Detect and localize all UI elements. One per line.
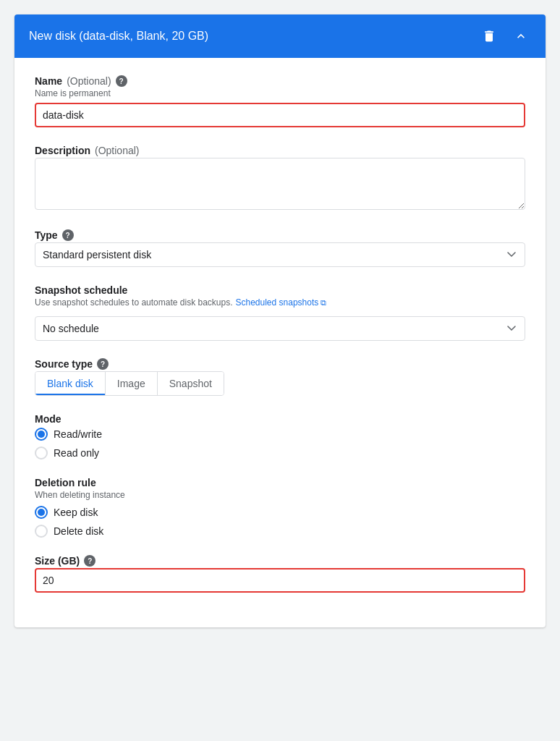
deletion-rule-keep-radio[interactable] bbox=[35, 506, 48, 519]
scheduled-snapshots-link-text: Scheduled snapshots bbox=[236, 297, 319, 308]
name-hint: Name is permanent bbox=[35, 88, 525, 98]
tab-image[interactable]: Image bbox=[106, 372, 158, 395]
name-field-group: Name (Optional) ? Name is permanent bbox=[35, 75, 525, 127]
external-link-icon: ⧉ bbox=[321, 298, 326, 308]
description-input[interactable] bbox=[35, 158, 525, 210]
name-label: Name (Optional) ? bbox=[35, 75, 525, 87]
source-type-tabs: Blank disk Image Snapshot bbox=[35, 371, 224, 396]
deletion-rule-delete-radio[interactable] bbox=[35, 525, 48, 538]
collapse-button[interactable] bbox=[511, 26, 531, 46]
mode-radio-group: Read/write Read only bbox=[35, 428, 525, 460]
type-label: Type ? bbox=[35, 229, 525, 241]
size-input[interactable] bbox=[35, 568, 525, 593]
deletion-rule-sublabel: When deleting instance bbox=[35, 490, 525, 500]
delete-button[interactable] bbox=[479, 26, 499, 46]
source-type-label: Source type ? bbox=[35, 358, 525, 370]
deletion-rule-label-text: Deletion rule bbox=[35, 477, 96, 488]
description-optional-text: (Optional) bbox=[95, 145, 139, 156]
mode-read-write-label: Read/write bbox=[54, 428, 102, 440]
source-type-help-icon[interactable]: ? bbox=[97, 358, 109, 370]
deletion-rule-keep-label: Keep disk bbox=[54, 507, 98, 518]
new-disk-card: New disk (data-disk, Blank, 20 GB) Name … bbox=[14, 14, 546, 627]
scheduled-snapshots-link[interactable]: Scheduled snapshots ⧉ bbox=[236, 297, 327, 308]
name-input[interactable] bbox=[35, 103, 525, 127]
description-field-group: Description (Optional) bbox=[35, 145, 525, 212]
tab-snapshot[interactable]: Snapshot bbox=[158, 372, 224, 395]
type-label-text: Type bbox=[35, 229, 58, 241]
size-field-group: Size (GB) ? bbox=[35, 555, 525, 593]
snapshot-schedule-label-text: Snapshot schedule bbox=[35, 284, 127, 296]
deletion-rule-delete-option[interactable]: Delete disk bbox=[35, 525, 525, 538]
mode-read-only-radio[interactable] bbox=[35, 446, 48, 460]
snapshot-schedule-select[interactable]: No schedule bbox=[35, 316, 525, 341]
size-label: Size (GB) ? bbox=[35, 555, 525, 567]
chevron-up-icon bbox=[514, 29, 528, 43]
mode-read-only-option[interactable]: Read only bbox=[35, 446, 525, 460]
deletion-rule-keep-option[interactable]: Keep disk bbox=[35, 506, 525, 519]
mode-read-write-option[interactable]: Read/write bbox=[35, 428, 525, 441]
snapshot-schedule-hint-row: Use snapshot schedules to automate disk … bbox=[35, 297, 525, 308]
deletion-rule-delete-label: Delete disk bbox=[54, 525, 103, 537]
header-actions bbox=[479, 26, 531, 46]
card-title: New disk (data-disk, Blank, 20 GB) bbox=[29, 30, 208, 43]
size-help-icon[interactable]: ? bbox=[84, 555, 96, 567]
description-label-text: Description bbox=[35, 145, 90, 156]
mode-label: Mode bbox=[35, 413, 525, 425]
type-help-icon[interactable]: ? bbox=[62, 229, 74, 241]
type-select[interactable]: Standard persistent disk Balanced persis… bbox=[35, 242, 525, 267]
name-optional-text: (Optional) bbox=[67, 75, 111, 87]
name-label-text: Name bbox=[35, 75, 62, 87]
description-label: Description (Optional) bbox=[35, 145, 525, 156]
card-header: New disk (data-disk, Blank, 20 GB) bbox=[14, 14, 546, 58]
tab-blank-disk[interactable]: Blank disk bbox=[35, 372, 106, 395]
mode-field-group: Mode Read/write Read only bbox=[35, 413, 525, 460]
trash-icon bbox=[482, 29, 496, 43]
deletion-rule-label: Deletion rule bbox=[35, 477, 525, 488]
card-body: Name (Optional) ? Name is permanent Desc… bbox=[14, 58, 546, 627]
snapshot-schedule-hint: Use snapshot schedules to automate disk … bbox=[35, 297, 233, 308]
name-help-icon[interactable]: ? bbox=[116, 75, 127, 87]
type-field-group: Type ? Standard persistent disk Balanced… bbox=[35, 229, 525, 267]
snapshot-schedule-field-group: Snapshot schedule Use snapshot schedules… bbox=[35, 284, 525, 341]
deletion-rule-radio-group: Keep disk Delete disk bbox=[35, 506, 525, 538]
size-label-text: Size (GB) bbox=[35, 555, 80, 567]
mode-read-only-label: Read only bbox=[54, 447, 99, 459]
snapshot-schedule-label: Snapshot schedule bbox=[35, 284, 525, 296]
mode-read-write-radio[interactable] bbox=[35, 428, 48, 441]
deletion-rule-field-group: Deletion rule When deleting instance Kee… bbox=[35, 477, 525, 538]
mode-label-text: Mode bbox=[35, 413, 61, 425]
source-type-field-group: Source type ? Blank disk Image Snapshot bbox=[35, 358, 525, 396]
source-type-label-text: Source type bbox=[35, 358, 93, 370]
